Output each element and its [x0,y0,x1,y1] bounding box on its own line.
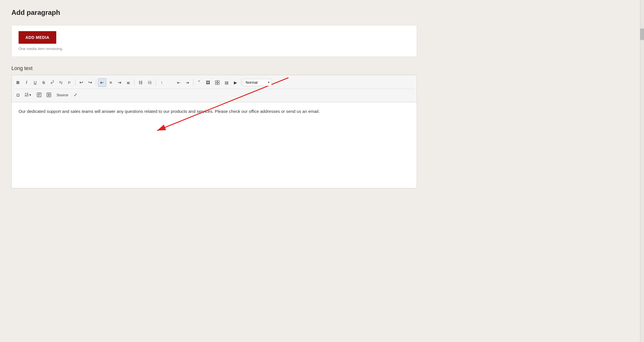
bold-button[interactable]: B [14,78,22,87]
source-label: Source [57,93,68,97]
media-hint: One media item remaining. [19,47,410,51]
table-button[interactable] [213,79,222,87]
link-button[interactable]: ⛓ [136,79,145,87]
bullet-list-button[interactable]: ⁝ [158,79,166,87]
separator-6 [241,79,241,86]
svg-text:</>: </> [48,94,51,96]
unlink-button[interactable]: ⛓ [145,79,154,87]
show-blocks-button[interactable]: ▤ [222,79,231,87]
language-button[interactable]: 話 ▼ [23,91,34,99]
italic-button[interactable]: I [23,78,31,87]
align-justify-button[interactable]: ≣ [124,78,133,87]
blockquote-button[interactable]: " [195,78,203,87]
separator-4 [156,79,156,86]
media-section: ADD MEDIA One media item remaining. [11,25,417,57]
align-center-button[interactable]: ≡ [107,78,115,87]
strikethrough-button[interactable]: S [40,79,48,87]
redo-button[interactable]: ↪ [86,78,94,87]
source-button[interactable]: Source [54,91,71,99]
svg-rect-5 [218,83,219,85]
scrollbar-thumb[interactable] [640,29,644,40]
media-embed-button[interactable]: ▶ [231,79,239,87]
format-dropdown[interactable]: Normal Heading 1 Heading 2 Heading 3 Hea… [243,79,272,86]
editor-content-area[interactable]: Our dedicated support and sales teams wi… [12,102,417,188]
add-media-button[interactable]: ADD MEDIA [19,31,56,44]
indent-button[interactable]: ⇥ [183,79,191,87]
outdent-button[interactable]: ⇤ [175,79,183,87]
undo-button[interactable]: ↩ [77,78,85,87]
accessibility-button[interactable] [35,91,44,99]
toolbar-row-2: Ω 話 ▼ [14,90,414,100]
scrollbar[interactable] [640,0,644,197]
separator-1 [75,79,75,86]
subscript-button[interactable]: x2 [57,78,65,86]
source-icon-button[interactable]: </> [44,91,53,99]
svg-rect-3 [218,81,219,82]
separator-3 [134,79,135,86]
numbered-list-button[interactable]: ⁣ [166,79,174,87]
special-char-button[interactable]: Ω [14,91,22,99]
separator-2 [96,79,96,86]
editor-text: Our dedicated support and sales teams wi… [19,108,410,115]
maximize-button[interactable]: ⤢ [71,91,80,99]
superscript-button[interactable]: x2 [48,78,56,87]
long-text-label: Long text [11,65,417,71]
image-button[interactable]: 🖼 [204,79,212,87]
editor-container: B I U S x2 x2 [11,75,417,188]
rich-text-editor: B I U S x2 x2 [11,75,417,188]
editor-toolbar: B I U S x2 x2 [12,75,417,102]
svg-rect-2 [215,81,217,82]
underline-button[interactable]: U [31,79,39,87]
page-title: Add paragraph [11,9,417,17]
separator-5 [193,79,193,86]
remove-format-button[interactable]: I× [65,79,73,87]
svg-rect-4 [215,83,217,85]
align-right-button[interactable]: ⇥ [115,78,124,87]
align-left-button[interactable]: ⇤ [98,78,106,87]
toolbar-row-1: B I U S x2 x2 [14,77,414,89]
format-dropdown-wrapper[interactable]: Normal Heading 1 Heading 2 Heading 3 Hea… [243,79,272,86]
